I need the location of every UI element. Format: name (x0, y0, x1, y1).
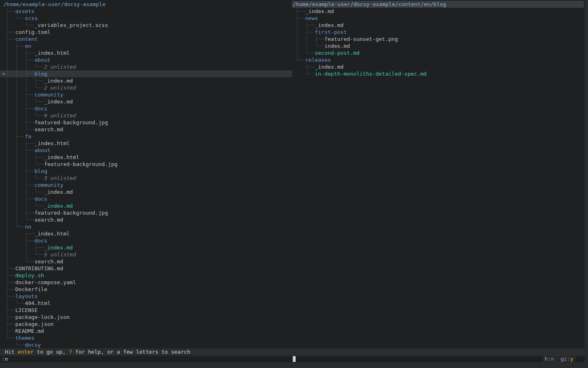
tree-branch-lines: │ │ │ └── (6, 189, 44, 195)
tree-branch-lines: │ │ │ └── (6, 99, 44, 105)
tree-row-about[interactable]: │ │ ├──about (0, 56, 292, 63)
entry-label: CONTRIBUTING.md (15, 265, 63, 272)
tree-row-index-md[interactable]: │ │ └──index.md (292, 43, 585, 49)
command-input-value[interactable]: :e (2, 356, 8, 362)
entry-label: 2 unlisted (44, 85, 76, 91)
right-panel-path-title: /home/example-user/docsy-example/content… (292, 1, 584, 8)
status-segment: to go up, (33, 349, 69, 355)
tree-row-9-unlisted[interactable]: │ │ │ └──9 unlisted (0, 112, 292, 119)
tree-branch-lines: │ ├── (6, 238, 34, 244)
tree-branch-lines: │ │ ├── (6, 210, 34, 216)
tree-row-blog[interactable]: │ │ ├──blog (0, 168, 292, 175)
entry-label: search.md (34, 217, 63, 223)
entry-label: docs (34, 238, 47, 244)
tree-row--index-html[interactable]: │ ├──_index.html (0, 230, 292, 237)
tree-row-package-json[interactable]: ├──package.json (0, 321, 292, 328)
tree-row-themes[interactable]: └──themes (0, 334, 292, 341)
tree-row-package-lock-json[interactable]: ├──package-lock.json (0, 314, 292, 321)
tree-branch-lines: │ ├── (296, 29, 315, 35)
tree-row-config-toml[interactable]: ├──config.toml (0, 29, 292, 36)
tree-branch-lines: │ │ ├── (6, 196, 34, 202)
tree-row-search-md[interactable]: │ │ └──search.md (0, 216, 292, 223)
tree-row-readme-md[interactable]: ├──README.md (0, 328, 292, 334)
entry-label: community (34, 92, 63, 98)
tree-row-in-depth-monoliths-detailed-spec-md[interactable]: └──in-depth-monoliths-detailed-spec.md (292, 70, 585, 77)
tree-row-search-md[interactable]: │ └──search.md (0, 258, 292, 265)
tree-row-featured-background-jpg[interactable]: │ │ ├──featured-background.jpg (0, 209, 292, 216)
entry-label: deploy.sh (15, 272, 44, 278)
tree-row-no[interactable]: │ └──no (0, 223, 292, 230)
entry-label: featured-background.jpg (34, 119, 108, 126)
tree-row-license[interactable]: ├──LICENSE (0, 307, 292, 314)
tree-row-featured-sunset-get-png[interactable]: │ │ ├──featured-sunset-get.png (292, 36, 585, 43)
tree-row-first-post[interactable]: │ ├──first-post (292, 29, 585, 36)
tree-row--index-md[interactable]: ├──_index.md (292, 8, 585, 15)
entry-label: _index.html (34, 50, 69, 56)
tree-row-docker-compose-yaml[interactable]: ├──docker-compose.yaml (0, 279, 292, 286)
tree-row--index-md[interactable]: │ │ │ └──_index.md (0, 202, 292, 209)
flag-label-hidden: h: (545, 356, 551, 362)
tree-row-assets[interactable]: ├──assets (0, 8, 292, 15)
tree-row-featured-background-jpg[interactable]: │ │ ├──featured-background.jpg (0, 119, 292, 126)
entry-label: _index.html (34, 231, 69, 237)
tree-row--index-md[interactable]: │ │ ├──_index.md (0, 244, 292, 251)
tree-row--index-html[interactable]: │ │ ├──_index.html (0, 140, 292, 147)
tree-row-releases[interactable]: └──releases (292, 56, 585, 63)
tree-row-docs[interactable]: │ │ ├──docs (0, 105, 292, 112)
tree-branch-lines: └── (296, 57, 305, 63)
tree-row-about[interactable]: │ │ ├──about (0, 147, 292, 154)
tree-row-community[interactable]: │ │ ├──community (0, 91, 292, 98)
entry-label: package.json (15, 321, 53, 327)
tree-row-404-html[interactable]: │ └──404.html (0, 300, 292, 307)
tree-row-5-unlisted[interactable]: │ │ └──5 unlisted (0, 251, 292, 258)
tree-branch-lines: └── (6, 335, 15, 341)
tree-row-search-md[interactable]: │ │ └──search.md (0, 126, 292, 133)
tree-row-contributing-md[interactable]: ├──CONTRIBUTING.md (0, 265, 292, 272)
tree-row--index-md[interactable]: │ │ │ └──_index.md (0, 98, 292, 105)
entry-label: docs (34, 105, 47, 112)
tree-row--index-md[interactable]: │ │ │ └──_index.md (0, 188, 292, 195)
tree-row-en[interactable]: │ ├──en (0, 43, 292, 49)
tree-row-scss[interactable]: │ └──scss (0, 15, 292, 22)
tree-row--index-md[interactable]: │ ├──_index.md (292, 22, 585, 29)
command-input-row[interactable]: :e h:n gi:y (0, 356, 585, 362)
tree-row-2-unlisted[interactable]: │ │ │ └──2 unlisted (0, 84, 292, 91)
panels-container: /home/example-user/docsy-example ├──asse… (0, 0, 585, 348)
tree-row-layouts[interactable]: ├──layouts (0, 293, 292, 300)
tree-row-news[interactable]: ├──news (292, 15, 585, 22)
tree-row-blog[interactable]: ▶│ │ ├──blog (0, 70, 292, 77)
tree-row-community[interactable]: │ │ ├──community (0, 182, 292, 188)
entry-label: about (34, 57, 50, 63)
entry-label: 9 unlisted (44, 112, 76, 119)
tree-branch-lines: │ └── (6, 15, 25, 21)
tree-row-deploy-sh[interactable]: ├──deploy.sh (0, 272, 292, 279)
tree-row-2-unlisted[interactable]: │ │ │ └──2 unlisted (0, 63, 292, 70)
entry-label: in-depth-monoliths-detailed-spec.md (315, 71, 427, 77)
tree-row-docs[interactable]: │ │ ├──docs (0, 195, 292, 202)
tree-row-fa[interactable]: │ ├──fa (0, 133, 292, 140)
entry-label: about (34, 147, 50, 153)
tree-row-dockerfile[interactable]: ├──Dockerfile (0, 286, 292, 293)
tree-row-docs[interactable]: │ ├──docs (0, 237, 292, 244)
tree-row-content[interactable]: ├──content (0, 36, 292, 43)
entry-label: news (305, 15, 318, 21)
tree-row--index-md[interactable]: │ │ │ ├──_index.md (0, 77, 292, 84)
tree-row--index-html[interactable]: │ │ │ ├──_index.html (0, 154, 292, 161)
tree-row--variables-project-scss[interactable]: │ └──_variables_project.scss (0, 22, 292, 29)
tree-branch-lines: │ │ ├── (6, 147, 34, 153)
tree-branch-lines: │ └── (6, 22, 34, 28)
flag-value-hidden: n (551, 356, 554, 362)
tree-row-featured-background-jpg[interactable]: │ │ │ └──featured-background.jpg (0, 161, 292, 168)
left-file-tree: ├──assets│ └──scss│ └──_variables_projec… (0, 8, 292, 348)
tree-row-3-unlisted[interactable]: │ │ │ └──3 unlisted (0, 175, 292, 182)
flag-value-gitignore: y (570, 356, 573, 362)
status-segment: for help, or a few letters to search (72, 349, 190, 355)
tree-row--index-md[interactable]: ├──_index.md (292, 63, 585, 70)
tree-branch-lines: ├── (6, 36, 15, 42)
tree-row--index-html[interactable]: │ │ ├──_index.html (0, 49, 292, 56)
tree-row-docsy[interactable]: └──docsy (0, 341, 292, 348)
entry-label: LICENSE (15, 307, 38, 313)
tree-row-second-post-md[interactable]: │ └──second-post.md (292, 49, 585, 56)
entry-label: _index.md (44, 99, 73, 105)
tree-branch-lines: │ └── (6, 224, 25, 230)
